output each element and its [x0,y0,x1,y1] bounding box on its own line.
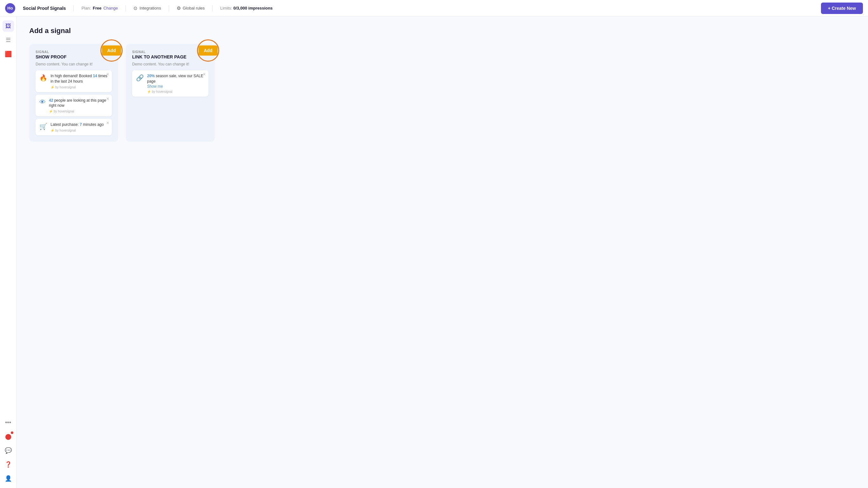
notif-brand-booked: ⚡ by hoversignal [51,86,108,89]
change-plan-link[interactable]: Change [103,6,118,10]
notif-close-watching[interactable]: ✕ [106,97,109,101]
global-rules-icon: ⚙ [177,5,181,11]
more-icon: ••• [5,419,11,426]
add-link-button[interactable]: Add [198,45,217,56]
sidebar-item-chat[interactable]: 💬 [3,445,14,456]
nav-divider-4 [212,5,213,11]
sidebar: 🖼 ☰ 🟥 ••• ⬤ 💬 ❓ 👤 [0,17,17,488]
menu-icon: ☰ [6,36,11,43]
plan-info: Plan: Free Change [81,6,118,10]
notif-text-booked: In high demand! Booked 14 times in the l… [51,73,108,84]
sidebar-item-brand[interactable]: 🟥 [3,48,14,60]
notif-brand-watching: ⚡ by hoversignal [49,110,108,113]
nav-divider-1 [73,5,74,11]
notif-body-purchase: Latest purchase: 7 minutes ago ⚡ by hove… [51,122,108,132]
notif-body-watching: 42 people are looking at this page right… [49,98,108,114]
integrations-icon: ⊙ [133,5,137,11]
notif-preview-booked: ✕ 🔥 In high demand! Booked 14 times in t… [36,70,112,92]
notif-brand-sale: ⚡ by hoversignal [147,90,205,93]
create-new-button[interactable]: + Create New [821,3,863,14]
show-me-link[interactable]: Show me [147,84,205,89]
add-show-proof-button[interactable]: Add [102,45,121,56]
limits-info: Limits: 0/3,000 impressions [220,6,273,10]
integrations-label: Integrations [140,6,161,10]
nav-divider-3 [169,5,169,11]
signal-demo-link: Demo content. You can change it! [132,62,209,66]
signals-icon: 🖼 [5,23,11,30]
sidebar-bottom: ••• ⬤ 💬 ❓ 👤 [3,417,14,484]
cart-icon: 🛒 [39,123,47,130]
add-btn-circle-link: Add [197,39,219,62]
watching-count: 42 [49,98,53,102]
limits-value: 0/3,000 impressions [234,6,273,10]
content-area: Add a signal Add SIGNAL SHOW PROOF Demo … [17,17,868,488]
nav-divider-2 [125,5,126,11]
eye-icon: 👁 [39,98,46,106]
help-icon: ❓ [5,461,12,468]
avatar: Ho [5,3,15,13]
signal-card-show-proof: Add SIGNAL SHOW PROOF Demo content. You … [29,44,118,142]
signal-name-show-proof: SHOW PROOF [36,54,112,59]
global-rules-link[interactable]: ⚙ Global rules [177,5,205,11]
notif-close-sale[interactable]: ✕ [203,72,206,77]
sidebar-item-account[interactable]: 👤 [3,473,14,484]
link-icon: 🔗 [136,74,144,82]
signal-name-link: LINK TO ANOTHER PAGE [132,54,209,59]
notif-brand-purchase: ⚡ by hoversignal [51,129,108,132]
sidebar-item-notifications[interactable]: ⬤ [3,431,14,442]
notification-badge [11,431,13,434]
signal-demo-show-proof: Demo content. You can change it! [36,62,112,66]
plan-label: Plan: [81,6,91,10]
sidebar-item-more[interactable]: ••• [3,417,14,428]
fire-icon: 🔥 [39,74,47,82]
notif-close-booked[interactable]: ✕ [106,72,109,77]
app-title: Social Proof Signals [23,6,66,11]
sidebar-item-menu[interactable]: ☰ [3,34,14,46]
purchase-time: 7 [80,122,82,127]
sidebar-item-help[interactable]: ❓ [3,459,14,470]
limits-label: Limits: [220,6,232,10]
signal-card-link-page: Add SIGNAL LINK TO ANOTHER PAGE Demo con… [126,44,215,142]
add-btn-circle-show-proof: Add [100,39,123,62]
notif-preview-sale: ✕ 🔗 20% season sale, view our SALE page … [132,70,209,97]
signals-grid: Add SIGNAL SHOW PROOF Demo content. You … [29,44,855,142]
notif-close-purchase[interactable]: ✕ [106,121,109,125]
plan-value: Free [93,6,101,10]
chat-icon: 💬 [5,447,12,454]
notif-preview-purchase: ✕ 🛒 Latest purchase: 7 minutes ago ⚡ by … [36,119,112,135]
notif-body-booked: In high demand! Booked 14 times in the l… [51,73,108,89]
sidebar-item-signals[interactable]: 🖼 [3,20,14,32]
notif-text-purchase: Latest purchase: 7 minutes ago [51,122,108,127]
main-layout: 🖼 ☰ 🟥 ••• ⬤ 💬 ❓ 👤 [0,17,868,488]
integrations-link[interactable]: ⊙ Integrations [133,5,161,11]
booked-count: 14 [93,74,97,78]
notif-text-sale: 20% season sale, view our SALE page [147,73,205,84]
top-nav: Ho Social Proof Signals Plan: Free Chang… [0,0,868,17]
notif-body-sale: 20% season sale, view our SALE page Show… [147,73,205,93]
notif-preview-watching: ✕ 👁 42 people are looking at this page r… [36,95,112,117]
account-icon: 👤 [5,475,12,482]
notification-icon: ⬤ [5,433,11,440]
brand-icon: 🟥 [5,51,12,58]
sale-percent: 20% [147,74,155,78]
notif-text-watching: 42 people are looking at this page right… [49,98,108,109]
page-title: Add a signal [29,27,855,35]
global-rules-label: Global rules [183,6,205,10]
